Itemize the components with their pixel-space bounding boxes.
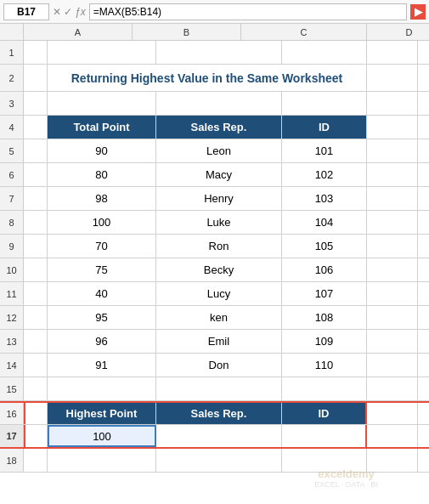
cell-a16[interactable] bbox=[24, 403, 48, 424]
cell-d14[interactable]: 110 bbox=[282, 354, 367, 377]
cell-c14[interactable]: Don bbox=[156, 354, 282, 377]
cell-d11[interactable]: 107 bbox=[282, 282, 367, 305]
formula-input[interactable]: =MAX(B5:B14) bbox=[89, 3, 407, 20]
cell-b6[interactable]: 80 bbox=[48, 163, 156, 186]
cell-b5[interactable]: 90 bbox=[48, 139, 156, 162]
cell-d17[interactable] bbox=[282, 425, 367, 447]
cell-b12[interactable]: 95 bbox=[48, 306, 156, 329]
cell-a7[interactable] bbox=[24, 187, 48, 210]
cell-a17[interactable] bbox=[24, 425, 48, 447]
cell-d3[interactable] bbox=[282, 92, 367, 115]
cell-a1[interactable] bbox=[24, 41, 48, 64]
row-number: 18 bbox=[0, 449, 24, 472]
row-number: 3 bbox=[0, 92, 24, 115]
cell-b11[interactable]: 40 bbox=[48, 282, 156, 305]
cell-d9[interactable]: 105 bbox=[282, 235, 367, 258]
cell-d13[interactable]: 109 bbox=[282, 330, 367, 353]
cell-d10[interactable]: 106 bbox=[282, 258, 367, 281]
cell-a15[interactable] bbox=[24, 377, 48, 400]
cell-c4-header[interactable]: Sales Rep. bbox=[156, 116, 282, 139]
cell-a14[interactable] bbox=[24, 354, 48, 377]
cell-a12[interactable] bbox=[24, 306, 48, 329]
cell-a10[interactable] bbox=[24, 258, 48, 281]
function-icon[interactable]: ƒx bbox=[75, 6, 86, 18]
cell-c17[interactable] bbox=[156, 425, 282, 447]
cell-a6[interactable] bbox=[24, 163, 48, 186]
cell-e10[interactable] bbox=[367, 258, 418, 281]
cell-e15[interactable] bbox=[367, 377, 418, 400]
cell-c1[interactable] bbox=[156, 41, 282, 64]
cell-b14[interactable]: 91 bbox=[48, 354, 156, 377]
cell-a11[interactable] bbox=[24, 282, 48, 305]
row-number: 13 bbox=[0, 330, 24, 353]
cell-a8[interactable] bbox=[24, 211, 48, 234]
cell-e16[interactable] bbox=[367, 403, 418, 424]
cell-d16-header[interactable]: ID bbox=[282, 403, 367, 424]
cell-e18[interactable] bbox=[367, 449, 418, 472]
cell-c7[interactable]: Henry bbox=[156, 187, 282, 210]
cell-reference-box[interactable]: B17 bbox=[3, 3, 49, 20]
cell-e9[interactable] bbox=[367, 235, 418, 258]
cell-e8[interactable] bbox=[367, 211, 418, 234]
cell-e5[interactable] bbox=[367, 139, 418, 162]
cell-c5[interactable]: Leon bbox=[156, 139, 282, 162]
cell-d7[interactable]: 103 bbox=[282, 187, 367, 210]
cell-e11[interactable] bbox=[367, 282, 418, 305]
cell-a9[interactable] bbox=[24, 235, 48, 258]
row-number: 15 bbox=[0, 377, 24, 400]
cell-c16-header[interactable]: Sales Rep. bbox=[156, 403, 282, 424]
cell-e3[interactable] bbox=[367, 92, 418, 115]
cell-b4-header[interactable]: Total Point bbox=[48, 116, 156, 139]
cell-e2[interactable] bbox=[367, 65, 418, 91]
cell-a13[interactable] bbox=[24, 330, 48, 353]
cell-e17[interactable] bbox=[367, 425, 418, 447]
cell-c10[interactable]: Becky bbox=[156, 258, 282, 281]
cell-b1[interactable] bbox=[48, 41, 156, 64]
cell-a2[interactable] bbox=[24, 65, 48, 91]
cell-e12[interactable] bbox=[367, 306, 418, 329]
cell-a3[interactable] bbox=[24, 92, 48, 115]
rows-area: 1 2 Returning Highest Value in the Same … bbox=[0, 41, 429, 504]
cell-b10[interactable]: 75 bbox=[48, 258, 156, 281]
cell-b17[interactable]: 100 bbox=[48, 425, 156, 447]
cancel-icon[interactable]: ✕ bbox=[53, 6, 61, 18]
cell-a4[interactable] bbox=[24, 116, 48, 139]
cell-c15[interactable] bbox=[156, 377, 282, 400]
confirm-icon[interactable]: ✓ bbox=[64, 6, 72, 18]
cell-d15[interactable] bbox=[282, 377, 367, 400]
formula-arrow-button[interactable]: ▶ bbox=[410, 4, 426, 20]
cell-b18[interactable] bbox=[48, 449, 156, 472]
cell-a18[interactable] bbox=[24, 449, 48, 472]
cell-d6[interactable]: 102 bbox=[282, 163, 367, 186]
cell-c13[interactable]: Emil bbox=[156, 330, 282, 353]
cell-b15[interactable] bbox=[48, 377, 156, 400]
cell-e6[interactable] bbox=[367, 163, 418, 186]
cell-e1[interactable] bbox=[367, 41, 418, 64]
cell-c3[interactable] bbox=[156, 92, 282, 115]
table-row: 10 75 Becky 106 bbox=[0, 258, 429, 282]
cell-b7[interactable]: 98 bbox=[48, 187, 156, 210]
cell-e4[interactable] bbox=[367, 116, 418, 139]
cell-c8[interactable]: Luke bbox=[156, 211, 282, 234]
cell-d12[interactable]: 108 bbox=[282, 306, 367, 329]
cell-b3[interactable] bbox=[48, 92, 156, 115]
cell-b2-title[interactable]: Returning Highest Value in the Same Work… bbox=[48, 65, 367, 91]
cell-d5[interactable]: 101 bbox=[282, 139, 367, 162]
cell-d8[interactable]: 104 bbox=[282, 211, 367, 234]
cell-d1[interactable] bbox=[282, 41, 367, 64]
cell-c9[interactable]: Ron bbox=[156, 235, 282, 258]
cell-b13[interactable]: 96 bbox=[48, 330, 156, 353]
cell-e7[interactable] bbox=[367, 187, 418, 210]
cell-a5[interactable] bbox=[24, 139, 48, 162]
cell-c12[interactable]: ken bbox=[156, 306, 282, 329]
cell-d4-header[interactable]: ID bbox=[282, 116, 367, 139]
cell-d18[interactable] bbox=[282, 449, 367, 472]
cell-e13[interactable] bbox=[367, 330, 418, 353]
cell-c11[interactable]: Lucy bbox=[156, 282, 282, 305]
cell-b9[interactable]: 70 bbox=[48, 235, 156, 258]
cell-b8[interactable]: 100 bbox=[48, 211, 156, 234]
cell-b16-header[interactable]: Highest Point bbox=[48, 403, 156, 424]
cell-e14[interactable] bbox=[367, 354, 418, 377]
cell-c6[interactable]: Macy bbox=[156, 163, 282, 186]
cell-c18[interactable] bbox=[156, 449, 282, 472]
